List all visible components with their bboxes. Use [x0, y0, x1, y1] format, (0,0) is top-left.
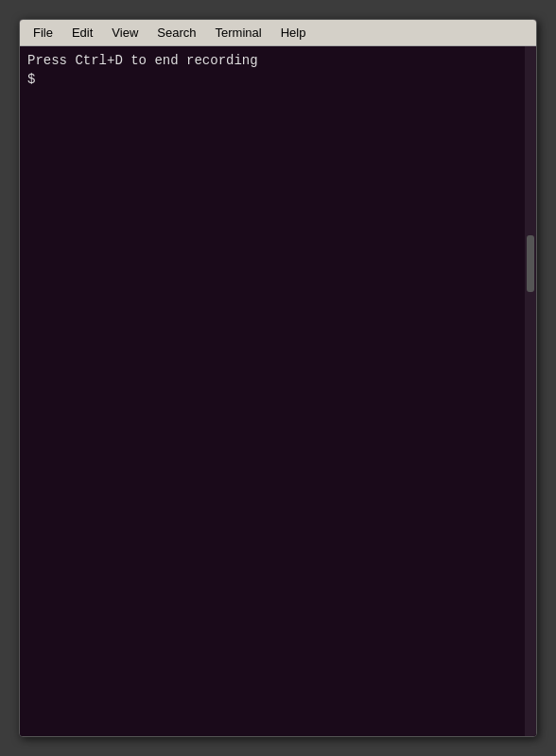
menu-terminal[interactable]: Terminal — [206, 24, 271, 42]
terminal-prompt: $ — [27, 71, 529, 90]
menu-search[interactable]: Search — [148, 24, 205, 42]
scrollbar-thumb[interactable] — [527, 235, 534, 292]
menu-edit[interactable]: Edit — [62, 24, 102, 42]
scrollbar[interactable] — [525, 46, 536, 736]
menu-file[interactable]: File — [24, 24, 62, 42]
terminal-output-line1: Press Ctrl+D to end recording — [27, 52, 529, 71]
menu-view[interactable]: View — [102, 24, 148, 42]
terminal-window: File Edit View Search Terminal Help Pres… — [19, 19, 537, 737]
terminal-body[interactable]: Press Ctrl+D to end recording $ — [20, 46, 536, 736]
menubar: File Edit View Search Terminal Help — [20, 20, 536, 46]
menu-help[interactable]: Help — [271, 24, 316, 42]
